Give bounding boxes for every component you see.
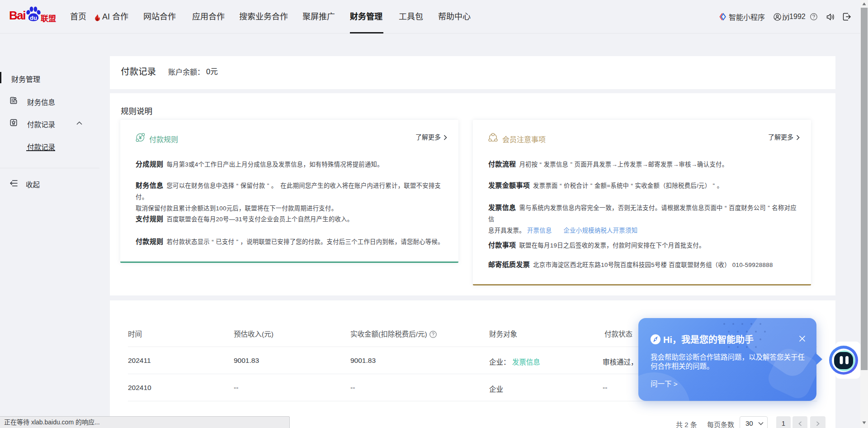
svg-text:du: du: [30, 14, 37, 21]
